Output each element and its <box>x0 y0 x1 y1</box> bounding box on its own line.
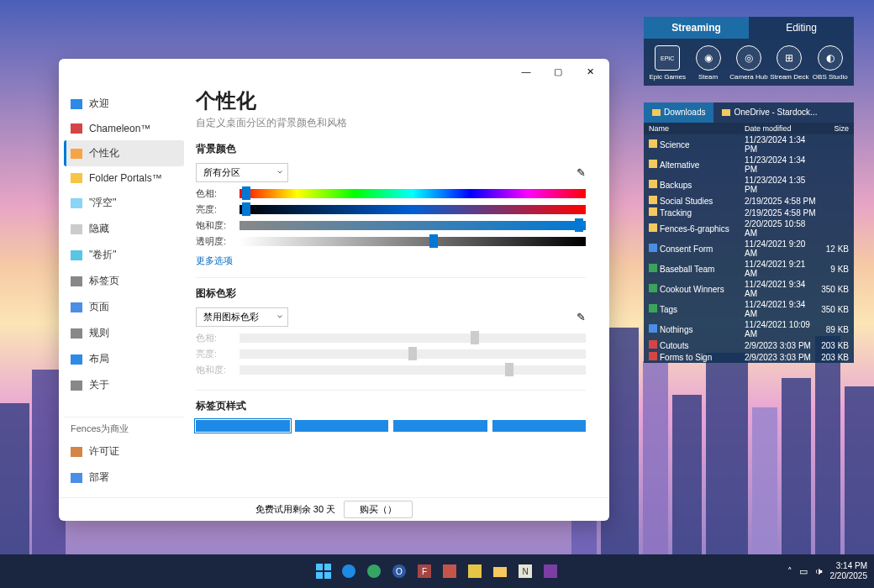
sidebar-item[interactable]: 布局 <box>64 346 184 372</box>
minimize-button[interactable]: — <box>510 60 542 83</box>
slider-brightness[interactable] <box>240 205 586 214</box>
file-name: Science <box>660 140 690 150</box>
style-option-1[interactable] <box>196 420 290 432</box>
file-size: 350 KB <box>819 285 849 294</box>
file-row[interactable]: Science11/23/2024 1:34 PM <box>644 134 854 155</box>
app-label: Epic Games <box>649 73 686 81</box>
sidebar-label: "浮空" <box>89 196 117 210</box>
bg-scope-dropdown[interactable]: 所有分区 <box>196 163 288 182</box>
file-name: Consent Form <box>660 244 713 254</box>
start-button[interactable] <box>313 560 334 582</box>
tray-chevron-icon[interactable]: ˄ <box>787 566 792 577</box>
eyedropper-icon[interactable]: ✎ <box>577 166 586 179</box>
sidebar-label: 规则 <box>89 326 109 340</box>
sidebar-icon <box>71 276 82 286</box>
slider-hue[interactable] <box>240 189 586 198</box>
taskbar: O F N ˄ ▭ 🕩 3:14 PM 2/20/2025 <box>0 554 874 588</box>
slider-saturation[interactable] <box>240 221 586 230</box>
icon-tint-dropdown[interactable]: 禁用图标色彩 <box>196 307 288 327</box>
sidebar-item[interactable]: 部署 <box>64 465 184 491</box>
svg-rect-10 <box>443 564 456 578</box>
file-name: Backups <box>660 181 692 190</box>
sidebar-item[interactable]: 隐藏 <box>64 216 184 242</box>
app-launcher-obs-studio[interactable]: ◐OBS Studio <box>811 45 850 81</box>
close-button[interactable]: ✕ <box>574 60 606 83</box>
slider-opacity[interactable] <box>240 237 586 246</box>
trial-bar: 免费试用剩余 30 天 购买（） <box>59 497 609 521</box>
sidebar-item[interactable]: 个性化 <box>64 140 184 166</box>
maximize-button[interactable]: ▢ <box>542 60 574 83</box>
task-explorer-icon[interactable] <box>489 560 511 582</box>
sidebar-item[interactable]: 关于 <box>64 372 184 398</box>
file-row[interactable]: Forms to Sign2/9/2023 3:03 PM203 KB <box>644 351 854 363</box>
sidebar-label: 欢迎 <box>89 97 109 111</box>
sidebar-item[interactable]: Chameleon™ <box>64 117 184 140</box>
sidebar-item[interactable]: Folder Portals™ <box>64 166 184 190</box>
file-row[interactable]: Consent Form11/24/2021 9:20 AM12 KB <box>644 239 854 259</box>
app-launcher-stream-deck[interactable]: ⊞Stream Deck <box>770 45 808 81</box>
sidebar-item[interactable]: 规则 <box>64 320 184 346</box>
files-widget: Downloads OneDrive - Stardock... Name Da… <box>644 102 854 363</box>
label-hue: 色相: <box>196 187 233 200</box>
buy-button[interactable]: 购买（） <box>344 501 413 518</box>
sidebar-item[interactable]: 欢迎 <box>64 91 184 117</box>
app-launcher-epic-games[interactable]: EPICEpic Games <box>648 45 687 81</box>
clock[interactable]: 3:14 PM 2/20/2025 <box>830 561 868 581</box>
task-app-icon[interactable]: F <box>413 560 435 582</box>
app-label: Stream Deck <box>770 73 808 81</box>
sidebar-item[interactable]: 页面 <box>64 294 184 320</box>
file-date: 11/24/2021 9:20 AM <box>745 239 819 258</box>
style-option-3[interactable] <box>393 420 487 432</box>
file-row[interactable]: Baseball Team11/24/2021 9:21 AM9 KB <box>644 259 854 279</box>
sidebar-item[interactable]: 许可证 <box>64 438 184 465</box>
app-launcher-camera-hub[interactable]: ◎Camera Hub <box>729 45 768 81</box>
task-edge-icon[interactable] <box>338 560 360 582</box>
file-row[interactable]: Tags11/24/2021 9:34 AM350 KB <box>644 299 854 319</box>
task-app-icon[interactable]: O <box>388 560 410 582</box>
task-app-icon[interactable] <box>439 560 461 582</box>
svg-rect-12 <box>493 567 507 577</box>
file-row[interactable]: Fences-6-graphics2/20/2025 10:58 AM <box>644 218 854 239</box>
desktop-wallpaper: Streaming Editing EPICEpic Games◉Steam◎C… <box>0 0 874 588</box>
tray-display-icon[interactable]: ▭ <box>799 566 808 577</box>
sidebar-label: 个性化 <box>89 146 119 160</box>
col-date[interactable]: Date modified <box>745 124 819 133</box>
file-row[interactable]: Social Studies2/19/2025 4:58 PM <box>644 195 854 207</box>
file-date: 11/24/2021 10:09 AM <box>745 320 819 339</box>
file-row[interactable]: Cutouts2/9/2023 3:03 PM203 KB <box>644 339 854 351</box>
file-row[interactable]: Tracking2/19/2025 4:58 PM <box>644 207 854 218</box>
task-onenote-icon[interactable] <box>540 560 561 582</box>
sidebar-item[interactable]: "卷折" <box>64 242 184 268</box>
style-option-4[interactable] <box>492 420 587 432</box>
tray-sound-icon[interactable]: 🕩 <box>814 566 824 576</box>
sidebar-item[interactable]: "浮空" <box>64 190 184 216</box>
file-row[interactable]: Alternative11/23/2024 1:34 PM <box>644 155 854 175</box>
sidebar: 欢迎Chameleon™个性化Folder Portals™"浮空"隐藏"卷折"… <box>59 84 189 497</box>
more-options-link[interactable]: 更多选项 <box>196 255 233 267</box>
sidebar-label: Folder Portals™ <box>89 172 162 184</box>
sidebar-icon <box>71 123 82 134</box>
tab-style-options <box>196 420 586 432</box>
file-tab-downloads[interactable]: Downloads <box>644 102 713 123</box>
file-tab-onedrive[interactable]: OneDrive - Stardock... <box>713 102 825 123</box>
sidebar-label: 标签页 <box>89 274 119 288</box>
file-list-header: Name Date modified Size <box>644 123 854 134</box>
app-launcher-steam[interactable]: ◉Steam <box>689 45 728 81</box>
sidebar-item[interactable]: 标签页 <box>64 268 184 294</box>
task-app-icon[interactable] <box>464 560 486 582</box>
eyedropper-icon[interactable]: ✎ <box>577 311 586 323</box>
task-app-icon[interactable]: N <box>514 560 536 582</box>
tab-streaming[interactable]: Streaming <box>644 17 749 39</box>
file-row[interactable]: Cookout Winners11/24/2021 9:34 AM350 KB <box>644 279 854 299</box>
col-size[interactable]: Size <box>819 124 849 133</box>
task-app-icon[interactable] <box>363 560 385 582</box>
label-icon-brightness: 亮度: <box>196 348 233 360</box>
style-option-2[interactable] <box>295 420 389 432</box>
label-brightness: 亮度: <box>196 203 233 216</box>
app-icon-glyph: EPIC <box>655 45 680 71</box>
col-name[interactable]: Name <box>649 124 745 133</box>
settings-window: — ▢ ✕ 欢迎Chameleon™个性化Folder Portals™"浮空"… <box>59 59 609 521</box>
tab-editing[interactable]: Editing <box>749 17 854 39</box>
file-row[interactable]: Backups11/23/2024 1:35 PM <box>644 175 854 195</box>
file-row[interactable]: Nothings11/24/2021 10:09 AM89 KB <box>644 319 854 339</box>
